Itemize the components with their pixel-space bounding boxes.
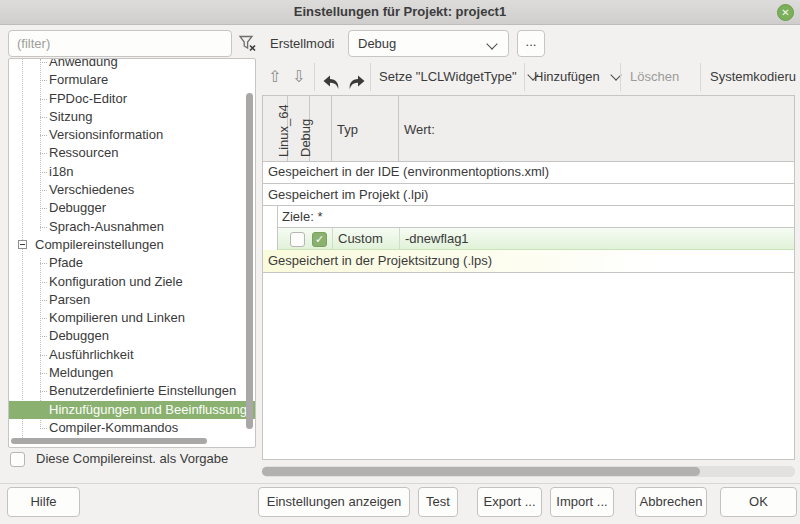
tree-item-compiler-kommandos[interactable]: Compiler-Kommandos — [9, 419, 255, 437]
tree-item-parsen[interactable]: Parsen — [9, 291, 255, 309]
tree-item-sprach-ausnahmen[interactable]: Sprach-Ausnahmen — [9, 218, 255, 236]
close-icon[interactable]: ✕ — [777, 4, 794, 21]
group-row-targets: Ziele: * — [277, 206, 794, 228]
footer-divider — [0, 483, 800, 484]
project-options-dialog: Einstellungen für Projekt: project1 ✕ Er… — [0, 0, 800, 524]
tree-item-debugger[interactable]: Debugger — [9, 199, 255, 217]
tree-item-versionsinformation[interactable]: Versionsinformation — [9, 126, 255, 144]
redo-icon[interactable] — [346, 69, 366, 85]
move-down-icon[interactable]: ⇩ — [292, 60, 305, 94]
grid-header: Linux_64 Debug Typ Wert: — [263, 96, 794, 162]
group-row-ide: Gespeichert in der IDE (environmentoptio… — [263, 161, 794, 184]
import-button[interactable]: Import ... — [550, 487, 614, 517]
tree-item-i18n[interactable]: i18n — [9, 163, 255, 181]
column-header-mode: Debug — [299, 119, 313, 157]
toolbar-separator — [620, 63, 621, 91]
tree-item-debuggen[interactable]: Debuggen — [9, 327, 255, 345]
tree-vertical-scrollbar[interactable] — [246, 93, 253, 429]
group-row-project: Gespeichert im Projekt (.lpi) — [263, 184, 794, 206]
show-options-button[interactable]: Einstellungen anzeigen — [258, 487, 410, 517]
target-checkbox[interactable] — [290, 232, 305, 247]
toolbar-separator — [700, 63, 701, 91]
build-modes-label: Erstellmodi — [270, 30, 334, 57]
compiler-defaults-label: Diese Compilereinst. als Vorgabe — [36, 447, 228, 471]
tree-item-hinzufuegungen-und-beeinflussung[interactable]: Hinzufügungen und Beeinflussung — [9, 401, 255, 419]
filter-input[interactable] — [8, 30, 232, 57]
column-separator — [398, 96, 399, 161]
options-tree[interactable]: Anwendung Formulare FPDoc-Editor Sitzung… — [8, 58, 256, 448]
chevron-down-icon — [486, 38, 497, 49]
ok-button[interactable]: OK — [720, 487, 797, 517]
grid-toolbar: ⇧ ⇩ Setze "LCLWidgetType" Hinzufügen Lös… — [262, 60, 800, 94]
cancel-button[interactable]: Abbrechen — [635, 487, 707, 517]
tree-item-fpdoc-editor[interactable]: FPDoc-Editor — [9, 90, 255, 108]
cell-separator — [399, 228, 400, 249]
entry-type: Custom — [338, 228, 383, 250]
tree-item-verschiedenes[interactable]: Verschiedenes — [9, 181, 255, 199]
delete-button[interactable]: Löschen — [630, 60, 679, 94]
export-button[interactable]: Export ... — [477, 487, 542, 517]
column-header-target: Linux_64 — [277, 104, 291, 157]
macro-entry-row[interactable]: ✓ Custom -dnewflag1 — [277, 228, 794, 250]
cell-separator — [332, 228, 333, 249]
column-header-value: Wert: — [404, 121, 435, 136]
tree-item-compilereinstellungen[interactable]: Compilereinstellungen — [9, 236, 255, 254]
grid-horizontal-scrollbar[interactable] — [262, 466, 795, 477]
set-lclwidgettype-button[interactable]: Setze "LCLWidgetType" — [379, 60, 537, 94]
tree-rows: Anwendung Formulare FPDoc-Editor Sitzung… — [9, 58, 255, 437]
system-encoding-button[interactable]: Systemkodieru — [710, 60, 796, 94]
tree-item-sitzung[interactable]: Sitzung — [9, 108, 255, 126]
move-up-icon[interactable]: ⇧ — [268, 60, 281, 94]
toolbar-separator — [370, 63, 371, 91]
filter-clear-icon[interactable] — [238, 34, 257, 53]
toolbar-separator — [314, 63, 315, 91]
compiler-defaults-checkbox[interactable] — [10, 452, 25, 467]
tree-horizontal-scrollbar[interactable] — [11, 438, 207, 444]
column-separator — [331, 96, 332, 161]
test-button[interactable]: Test — [418, 487, 458, 517]
undo-icon[interactable] — [322, 69, 342, 85]
build-mode-select[interactable]: Debug — [348, 30, 509, 57]
tree-item-formulare[interactable]: Formulare — [9, 71, 255, 89]
build-mode-value: Debug — [358, 36, 396, 51]
entry-value[interactable]: -dnewflag1 — [405, 228, 469, 250]
scrollbar-thumb[interactable] — [262, 467, 700, 476]
tree-item-ressourcen[interactable]: Ressourcen — [9, 144, 255, 162]
toolbar-separator — [524, 63, 525, 91]
tree-item-pfade[interactable]: Pfade — [9, 254, 255, 272]
group-row-session: Gespeichert in der Projektsitzung (.lps) — [263, 250, 794, 273]
tree-item-kompilieren-und-linken[interactable]: Kompilieren und Linken — [9, 309, 255, 327]
dialog-title: Einstellungen für Projekt: project1 — [0, 0, 800, 24]
tree-item-konfiguration-und-ziele[interactable]: Konfiguration und Ziele — [9, 273, 255, 291]
titlebar[interactable]: Einstellungen für Projekt: project1 ✕ — [0, 0, 800, 25]
tree-item-anwendung[interactable]: Anwendung — [9, 58, 255, 71]
add-button[interactable]: Hinzufügen — [534, 60, 620, 94]
tree-item-ausfuehrlichkeit[interactable]: Ausführlichkeit — [9, 346, 255, 364]
build-macros-grid[interactable]: Linux_64 Debug Typ Wert: Gespeichert in … — [262, 95, 795, 460]
build-modes-browse-button[interactable]: ... — [517, 30, 545, 57]
mode-checkbox[interactable]: ✓ — [312, 232, 327, 247]
tree-item-benutzerdefinierte-einstellungen[interactable]: Benutzerdefinierte Einstellungen — [9, 382, 255, 400]
collapse-icon[interactable] — [18, 240, 27, 249]
column-header-type: Typ — [337, 121, 358, 136]
tree-item-meldungen[interactable]: Meldungen — [9, 364, 255, 382]
help-button[interactable]: Hilfe — [7, 487, 80, 517]
